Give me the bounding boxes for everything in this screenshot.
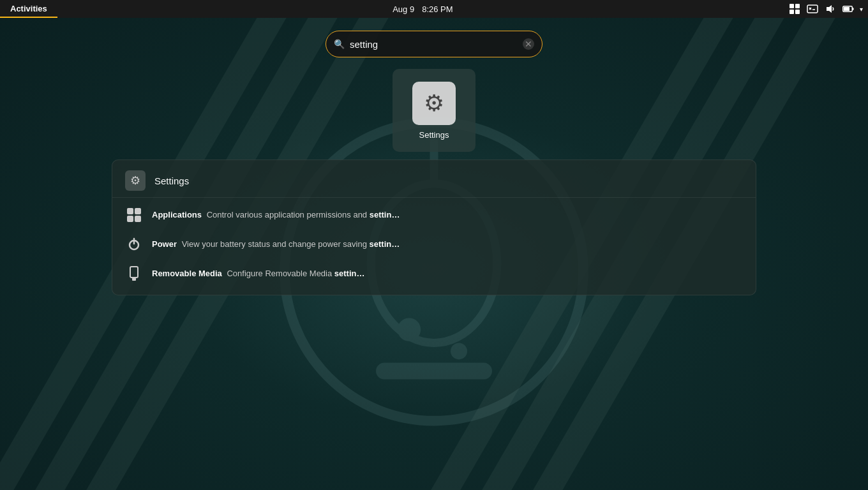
- svg-rect-9: [795, 10, 800, 14]
- power-result-text: Power View your battery status and chang…: [152, 239, 400, 250]
- activities-button[interactable]: Activities: [0, 0, 57, 18]
- search-results-panel: ⚙ Settings Applications Control various …: [112, 160, 756, 295]
- svg-rect-6: [789, 4, 794, 8]
- power-highlight: settin…: [370, 239, 400, 249]
- settings-sidebar-label: Settings: [154, 175, 189, 186]
- applications-desc: Control various application permissions …: [207, 210, 370, 219]
- settings-app-icon: ⚙: [412, 82, 456, 125]
- applications-result-text: Applications Control various application…: [152, 209, 400, 221]
- search-area: 🔍 ✕ ⚙ Settings ⚙ Settings Applica: [0, 18, 868, 490]
- svg-rect-10: [807, 5, 818, 13]
- power-icon: [125, 235, 143, 253]
- applications-highlight: settin…: [370, 210, 400, 219]
- svg-rect-16: [853, 8, 854, 10]
- power-name: Power: [152, 239, 177, 249]
- topbar-center: Aug 9 8:26 PM: [57, 4, 788, 14]
- search-clear-button[interactable]: ✕: [523, 38, 534, 50]
- search-input[interactable]: [350, 39, 518, 50]
- volume-icon[interactable]: [824, 3, 837, 15]
- applications-name: Applications: [152, 210, 202, 219]
- battery-icon[interactable]: [842, 3, 855, 15]
- svg-rect-21: [132, 278, 136, 281]
- removable-media-icon: [125, 265, 143, 283]
- result-row-power[interactable]: Power View your battery status and chang…: [112, 230, 756, 259]
- removable-media-result-text: Removable Media Configure Removable Medi…: [152, 268, 365, 279]
- removable-media-highlight: settin…: [334, 269, 365, 278]
- topbar-time: 8:26 PM: [422, 4, 453, 14]
- settings-small-icon: ⚙: [125, 170, 146, 191]
- apps-grid-icon: [127, 208, 141, 222]
- svg-rect-7: [795, 4, 800, 8]
- removable-media-name: Removable Media: [152, 269, 222, 278]
- svg-rect-17: [844, 7, 849, 11]
- overview-icon[interactable]: [788, 3, 801, 15]
- removable-media-desc: Configure Removable Media: [227, 269, 334, 278]
- power-desc: View your battery status and change powe…: [182, 239, 370, 249]
- svg-rect-8: [789, 10, 794, 14]
- search-icon: 🔍: [334, 39, 345, 49]
- terminal-icon[interactable]: [806, 3, 819, 15]
- sidebar-settings-result[interactable]: ⚙ Settings: [112, 167, 756, 195]
- topbar-date: Aug 9: [393, 4, 414, 14]
- topbar-right: ▾: [788, 3, 868, 15]
- svg-marker-14: [827, 5, 832, 13]
- search-bar-container: 🔍 ✕: [326, 31, 542, 57]
- result-row-removable-media[interactable]: Removable Media Configure Removable Medi…: [112, 259, 756, 288]
- app-icon-result[interactable]: ⚙ Settings: [393, 69, 475, 152]
- svg-rect-20: [130, 267, 138, 278]
- result-row-applications[interactable]: Applications Control various application…: [112, 200, 756, 230]
- settings-gear-icon: ⚙: [424, 90, 444, 117]
- applications-icon: [125, 206, 143, 224]
- search-bar[interactable]: 🔍 ✕: [326, 31, 542, 57]
- app-icon-label: Settings: [419, 130, 449, 140]
- system-menu-arrow[interactable]: ▾: [860, 6, 863, 13]
- topbar: Activities Aug 9 8:26 PM: [0, 0, 868, 18]
